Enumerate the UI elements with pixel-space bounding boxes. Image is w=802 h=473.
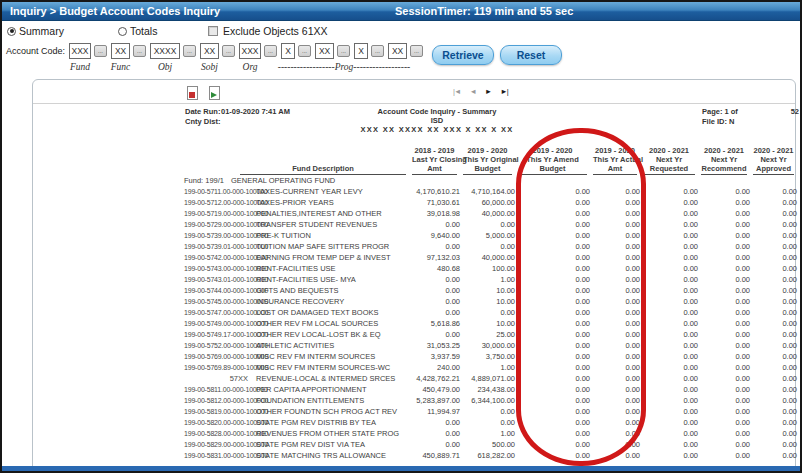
account-code-cell: 199-00-5719.00-000-100000 (184, 208, 256, 219)
csv-export-icon[interactable] (209, 86, 220, 100)
account-code-func-input[interactable] (111, 43, 130, 59)
amount-cell-this-yr-amend: 0.00 (515, 395, 590, 406)
amount-cell-next-yr-requested: 0.00 (640, 285, 698, 296)
prev-page-icon[interactable]: ◄ (469, 87, 475, 96)
amount-cell-this-yr-original: 25.00 (460, 329, 515, 340)
amount-cell-next-yr-approved: 0.00 (750, 340, 797, 351)
summary-radio[interactable] (7, 27, 16, 36)
account-code-org-input[interactable] (239, 43, 261, 59)
account-row: 199-00-5711.00-000-100000TAXES-CURRENT Y… (184, 186, 797, 197)
amount-cell-next-yr-approved: 0.00 (750, 186, 797, 197)
amount-cell-this-yr-original: 40,000.00 (460, 252, 515, 263)
amount-cell-this-yr-amend: 0.00 (515, 439, 590, 450)
amount-cell-this-yr-original: 0.00 (460, 406, 515, 417)
amount-cell-next-yr-requested: 0.00 (640, 307, 698, 318)
exclude-objects-checkbox[interactable] (208, 26, 218, 36)
amount-cell-this-yr-actual: 0.00 (590, 285, 640, 296)
column-header-next-yr-recommend: 2020 - 2021Next YrRecommend (698, 142, 750, 175)
segment-label-sobj: Sobj (201, 62, 218, 72)
report-panel: |◄ ◄ ► ►| Date Run: 01-09-2020 7:41 AM C… (32, 79, 796, 471)
page-total: 52 (791, 107, 799, 116)
sobj-lookup-button[interactable]: ... (222, 45, 235, 57)
amount-cell-last-yr-closing: 11,994.97 (409, 406, 460, 417)
account-row: 199-00-5719.00-000-100000PENALTIES,INTER… (184, 208, 797, 219)
amount-cell-next-yr-requested: 0.00 (640, 274, 698, 285)
totals-radio[interactable] (118, 27, 127, 36)
district-name: ISD (167, 116, 707, 125)
account-code-prog-4-input[interactable] (388, 43, 407, 59)
amount-cell-next-yr-recommend: 0.00 (698, 384, 750, 395)
summary-radio-group[interactable]: Summary (7, 24, 64, 38)
amount-cell-next-yr-approved: 0.00 (750, 428, 797, 439)
amount-cell-this-yr-actual: 0.00 (590, 395, 640, 406)
last-page-icon[interactable]: ►| (500, 87, 507, 96)
next-page-icon[interactable]: ► (485, 87, 491, 96)
amount-cell-this-yr-amend: 0.00 (515, 208, 590, 219)
totals-radio-group[interactable]: Totals (118, 24, 157, 38)
amount-cell-this-yr-amend: 0.00 (515, 263, 590, 274)
func-lookup-button[interactable]: ... (133, 45, 146, 57)
account-code-obj-input[interactable] (150, 43, 180, 59)
amount-cell-this-yr-actual: 0.00 (590, 373, 640, 384)
pager: |◄ ◄ ► ►| (453, 87, 508, 96)
amount-cell-next-yr-requested: 0.00 (640, 296, 698, 307)
amount-cell-last-yr-closing: 3,937.59 (409, 351, 460, 362)
amount-cell-next-yr-requested: 0.00 (640, 329, 698, 340)
amount-cell-next-yr-requested: 0.00 (640, 428, 698, 439)
obj-lookup-button[interactable]: ... (183, 45, 196, 57)
account-code-sobj-input[interactable] (200, 43, 219, 59)
account-code-row: Account Code: ..........................… (6, 42, 427, 60)
amount-cell-next-yr-approved: 0.00 (750, 263, 797, 274)
amount-cell-last-yr-closing: 0.00 (409, 219, 460, 230)
amount-cell-this-yr-actual: 0.00 (590, 307, 640, 318)
prog-1-lookup-button[interactable]: ... (298, 45, 311, 57)
prog-4-lookup-button[interactable]: ... (410, 45, 423, 57)
amount-cell-this-yr-amend: 0.00 (515, 384, 590, 395)
account-code-cell: 199-00-5712.00-000-100000 (184, 197, 256, 208)
amount-cell-next-yr-requested: 0.00 (640, 384, 698, 395)
amount-cell-next-yr-requested: 0.00 (640, 197, 698, 208)
fund-lookup-button[interactable]: ... (94, 45, 107, 57)
pdf-export-icon[interactable] (187, 86, 198, 100)
account-code-prog-1-input[interactable] (281, 43, 295, 59)
amount-cell-next-yr-requested: 0.00 (640, 318, 698, 329)
account-code-cell: 199-00-5747.00-000-100000 (184, 307, 256, 318)
amount-cell-last-yr-closing: 240.00 (409, 362, 460, 373)
reset-button[interactable]: Reset (500, 45, 562, 65)
description-cell: PENALTIES,INTEREST AND OTHER (256, 208, 409, 219)
amount-cell-next-yr-approved: 0.00 (750, 197, 797, 208)
table-header-row: Fund Description2018 - 2019Last Yr Closi… (184, 142, 797, 175)
prog-2-lookup-button[interactable]: ... (337, 45, 350, 57)
amount-cell-last-yr-closing: 0.00 (409, 307, 460, 318)
account-code-prog-3-input[interactable] (354, 43, 368, 59)
account-code-cell: 199-00-5828.00-000-100000 (184, 428, 256, 439)
amount-cell-this-yr-amend: 0.00 (515, 340, 590, 351)
account-row: 199-00-5743.01-000-100000RENT-FACILITIES… (184, 274, 797, 285)
amount-cell-last-yr-closing: 71,030.61 (409, 197, 460, 208)
exclude-objects-group[interactable]: Exclude Objects 61XX (208, 24, 327, 38)
retrieve-button[interactable]: Retrieve (432, 45, 494, 65)
amount-cell-this-yr-amend: 0.00 (515, 329, 590, 340)
prog-3-lookup-button[interactable]: ... (371, 45, 384, 57)
amount-cell-next-yr-recommend: 0.00 (698, 439, 750, 450)
account-code-cell: 199-00-5769.00-000-100000 (184, 351, 256, 362)
amount-cell-next-yr-recommend: 0.00 (698, 296, 750, 307)
segment-label-org: Org (243, 62, 258, 72)
amount-cell-next-yr-recommend: 0.00 (698, 417, 750, 428)
amount-cell-this-yr-original: 1.00 (460, 362, 515, 373)
account-code-table: Fund Description2018 - 2019Last Yr Closi… (184, 142, 797, 461)
first-page-icon[interactable]: |◄ (453, 87, 460, 96)
amount-cell-next-yr-approved: 0.00 (750, 417, 797, 428)
amount-cell-this-yr-original: 0.00 (460, 219, 515, 230)
account-code-prog-2-input[interactable] (315, 43, 334, 59)
account-code-fund-input[interactable] (69, 43, 91, 59)
description-cell: PER CAPITA APPORTIONMENT (256, 384, 409, 395)
fund-group-row: Fund: 199/1GENERAL OPERATING FUND (184, 175, 797, 186)
amount-cell-next-yr-approved: 0.00 (750, 362, 797, 373)
org-lookup-button[interactable]: ... (264, 45, 277, 57)
amount-cell-this-yr-actual: 0.00 (590, 252, 640, 263)
account-row: 199-00-5745.00-000-100000INSURANCE RECOV… (184, 296, 797, 307)
account-code-cell: 199-00-5749.17-000-100000 (184, 329, 256, 340)
segment-label-func: Func (111, 62, 131, 72)
amount-cell-next-yr-approved: 0.00 (750, 307, 797, 318)
